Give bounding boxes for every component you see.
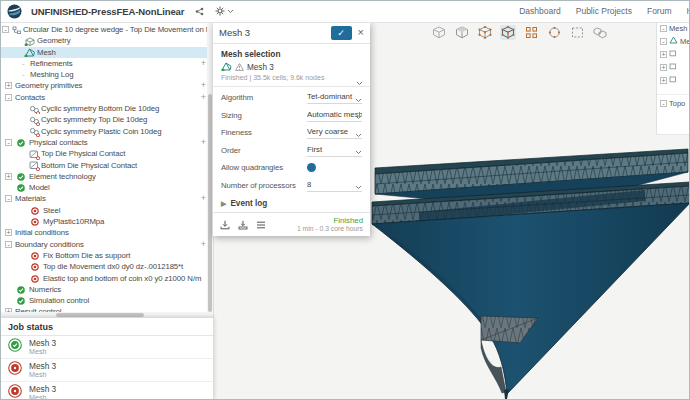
collapse-icon[interactable]: - <box>5 94 12 101</box>
selection-box-icon[interactable] <box>569 25 585 40</box>
tree-item-top-die-physical-contact[interactable]: Top Die Physical Contact <box>0 148 213 159</box>
nav-link-public-projects[interactable]: Public Projects <box>576 6 632 16</box>
app-logo-icon[interactable] <box>7 4 22 19</box>
node-display-icon[interactable] <box>546 25 562 40</box>
add-icon[interactable]: + <box>201 137 206 148</box>
scene-item-mesh-3[interactable]: -Mesh 3 <box>657 35 690 48</box>
tree-item-cyclic-symmetry-top-die-10deg[interactable]: Cyclic symmetry Top Die 10deg <box>0 114 213 125</box>
tree-item-simulation-control[interactable]: Simulation control <box>0 295 213 306</box>
job-row[interactable]: Mesh 3Mesh <box>0 336 213 359</box>
physical-contact-icon <box>29 150 40 160</box>
surface-mesh-icon[interactable] <box>477 25 493 40</box>
job-status-text: Finished <box>297 216 363 225</box>
field-label-order: Order <box>221 146 307 155</box>
explode-view-icon[interactable] <box>523 25 539 40</box>
tree-item-label: Materials <box>15 193 46 204</box>
tree-item-label: Physical contacts <box>29 137 88 148</box>
field-value-fineness[interactable]: Very coarse <box>307 126 362 139</box>
collapse-icon[interactable]: - <box>5 195 12 202</box>
tree-item-materials[interactable]: -Materials+ <box>0 193 213 204</box>
tree-item-boundary-conditions[interactable]: -Boundary conditions+ <box>0 239 213 250</box>
tree-item-contacts[interactable]: -Contacts+ <box>0 92 213 103</box>
add-icon[interactable]: + <box>201 193 206 204</box>
status-check-icon <box>17 297 25 305</box>
close-icon[interactable]: × <box>358 27 364 38</box>
download-mesh-icon[interactable] <box>220 220 230 230</box>
tree-item-model[interactable]: Model <box>0 182 213 193</box>
tree-item-initial-conditions[interactable]: +Initial conditions <box>0 227 213 238</box>
add-icon[interactable]: + <box>201 239 206 250</box>
field-value-order[interactable]: First <box>307 144 362 157</box>
expand-icon[interactable]: + <box>5 82 12 89</box>
collapse-icon[interactable]: - <box>660 25 667 32</box>
tree-item-bottom-die-physical-contact[interactable]: Bottom Die Physical Contact <box>0 160 213 171</box>
scene-item[interactable]: + <box>657 48 690 61</box>
panel-title: Mesh 3 <box>219 27 331 38</box>
entity-group-icon[interactable] <box>592 25 608 40</box>
tree-item-physical-contacts[interactable]: -Physical contacts+ <box>0 137 213 148</box>
field-value-algorithm[interactable]: Tet-dominant <box>307 91 362 104</box>
scene-item[interactable]: + <box>657 74 690 87</box>
collapse-icon[interactable]: - <box>2 26 9 33</box>
add-icon[interactable]: + <box>201 58 206 69</box>
tree-item-meshing-log[interactable]: -Meshing Log <box>0 69 213 80</box>
nav-link-help[interactable]: Help <box>687 6 690 16</box>
chevron-down-icon <box>355 112 362 122</box>
tree-item-geometry-primitives[interactable]: +Geometry primitives+ <box>0 80 213 91</box>
add-icon[interactable]: + <box>201 92 206 103</box>
mesh-icon <box>24 48 35 57</box>
field-value-sizing[interactable]: Automatic mesh sizin <box>307 109 362 122</box>
tree-item-refinements[interactable]: -Refinements+ <box>0 58 213 69</box>
mesh-part-icon <box>221 62 232 73</box>
collapse-icon[interactable]: - <box>5 139 12 146</box>
job-row[interactable]: Mesh 3Mesh <box>0 359 213 382</box>
nav-link-forum[interactable]: Forum <box>647 6 672 16</box>
mesh-view-icon[interactable] <box>500 25 516 40</box>
share-icon[interactable] <box>195 7 204 16</box>
tree-dash: - <box>22 58 25 69</box>
scene-item-mesh[interactable]: -Mesh <box>657 22 690 35</box>
settings-gear-icon[interactable] <box>215 6 234 16</box>
status-error-icon <box>31 263 39 271</box>
event-log-expander[interactable]: ▶ Event log <box>213 194 370 212</box>
tree-item-geometry[interactable]: Geometry <box>0 35 213 46</box>
add-icon[interactable]: + <box>201 80 206 91</box>
field-value-number-of-processors[interactable]: 8 <box>307 179 362 192</box>
status-check-icon <box>17 173 25 181</box>
expand-icon[interactable]: + <box>660 51 667 58</box>
collapse-icon[interactable]: - <box>660 100 667 107</box>
tree-item-circular-die-10-degree-wedge-top-die-movement-on-myplastic-c[interactable]: -Circular Die 10 degree wedge - Top Die … <box>0 24 213 35</box>
apply-button[interactable]: ✓ <box>331 26 352 40</box>
tree-item-top-die-movement-dx0-dy0-dz-0012185-t[interactable]: Top die Movement dx0 dy0 dz-.0012185*t <box>0 261 213 272</box>
job-status-title: Job status <box>0 318 213 336</box>
tree-item-numerics[interactable]: Numerics <box>0 284 213 295</box>
tree-item-elastic-top-and-bottom-of-coin-x0-y0-z1000-n-m[interactable]: Elastic top and bottom of coin x0 y0 z10… <box>0 273 213 284</box>
meshing-log-list-icon[interactable] <box>256 221 266 229</box>
job-success-icon <box>8 338 22 356</box>
mesh-selection-dropdown[interactable]: Mesh 3 Finished | 35.5k cells, 9.6k node… <box>213 60 370 87</box>
orientation-cube-icon[interactable] <box>454 25 470 40</box>
expand-icon[interactable]: + <box>660 64 667 71</box>
tree-item-mesh[interactable]: Mesh <box>0 47 213 58</box>
tree-item-cyclic-symmetry-bottom-die-10deg[interactable]: Cyclic symmetry Bottom Die 10deg <box>0 103 213 114</box>
collapse-icon[interactable]: - <box>5 241 12 248</box>
expand-icon[interactable]: + <box>5 229 12 236</box>
scene-item-topo[interactable]: -Topo <box>657 94 690 110</box>
tree-item-fix-bottom-die-as-support[interactable]: Fix Bottom Die as support <box>0 250 213 261</box>
tree-item-steel[interactable]: Steel <box>0 205 213 216</box>
job-row[interactable]: Mesh 3Mesh <box>0 382 213 400</box>
expand-icon[interactable]: + <box>5 173 12 180</box>
toggle-allow-quadrangles[interactable] <box>307 163 316 172</box>
tree-item-element-technology[interactable]: +Element technology <box>0 171 213 182</box>
tree-item-cyclic-symmetry-plastic-coin-10deg[interactable]: Cyclic symmetry Plastic Coin 10deg <box>0 126 213 137</box>
tree-item-myplastic10rmpa[interactable]: MyPlastic10RMpa <box>0 216 213 227</box>
nav-link-dashboard[interactable]: Dashboard <box>519 6 561 16</box>
collapse-icon[interactable]: - <box>660 38 667 45</box>
download-log-icon[interactable] <box>238 220 248 230</box>
job-status-panel: Job status Mesh 3MeshMesh 3MeshMesh 3Mes… <box>0 318 214 400</box>
expand-icon[interactable]: + <box>660 77 667 84</box>
scene-item[interactable]: + <box>657 61 690 74</box>
fit-view-icon[interactable] <box>431 25 447 40</box>
chevron-down-icon <box>355 147 362 157</box>
field-label-fineness: Fineness <box>221 128 307 137</box>
